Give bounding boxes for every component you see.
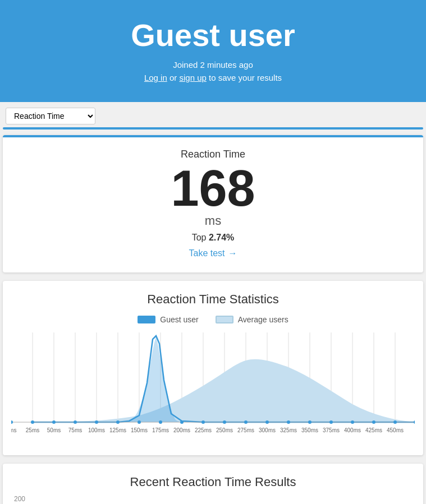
dot-16 xyxy=(351,420,354,424)
dot-17 xyxy=(372,420,375,424)
svg-text:375ms: 375ms xyxy=(323,427,340,433)
svg-text:275ms: 275ms xyxy=(237,427,254,433)
rt-value: 168 xyxy=(14,163,412,214)
svg-text:425ms: 425ms xyxy=(365,427,382,433)
svg-text:400ms: 400ms xyxy=(344,427,361,433)
dot-0 xyxy=(11,420,13,424)
legend-guest-swatch xyxy=(138,316,155,323)
rt-card-title: Reaction Time xyxy=(14,149,412,160)
svg-text:150ms: 150ms xyxy=(131,427,148,433)
svg-text:75ms: 75ms xyxy=(68,427,82,433)
top-label: Top xyxy=(192,233,209,242)
dot-6 xyxy=(138,420,141,424)
chart-container: 0ms 25ms 50ms 75ms 100ms 125ms 150ms 175… xyxy=(11,332,415,447)
test-selector[interactable]: Reaction Time Number Memory Verbal Memor… xyxy=(6,108,95,124)
svg-text:100ms: 100ms xyxy=(88,427,105,433)
recent-results-card: Recent Reaction Time Results 200 xyxy=(3,464,423,504)
auth-links: Log in or sign up to save your results xyxy=(11,73,415,82)
dot-18 xyxy=(393,420,397,424)
dot-13 xyxy=(287,420,290,424)
rt-card-body: Reaction Time 168 ms Top 2.74% Take test xyxy=(3,137,423,272)
dot-3 xyxy=(74,420,77,424)
arrow-icon xyxy=(228,248,237,258)
dot-10 xyxy=(223,420,226,424)
dot-12 xyxy=(265,420,269,424)
svg-text:50ms: 50ms xyxy=(47,427,61,433)
dot-19 xyxy=(414,420,415,424)
svg-text:200ms: 200ms xyxy=(173,427,190,433)
auth-suffix: to save your results xyxy=(207,73,282,82)
blue-divider xyxy=(3,127,423,130)
stats-card: Reaction Time Statistics Guest user Aver… xyxy=(3,281,423,455)
svg-text:0ms: 0ms xyxy=(11,427,16,433)
legend-guest-label: Guest user xyxy=(160,315,198,324)
signup-link[interactable]: sign up xyxy=(179,73,206,82)
username-heading: Guest user xyxy=(11,17,415,53)
svg-text:175ms: 175ms xyxy=(152,427,169,433)
take-test-label: Take test xyxy=(189,248,225,258)
recent-card-title: Recent Reaction Time Results xyxy=(11,475,415,489)
stats-card-body: Reaction Time Statistics Guest user Aver… xyxy=(3,281,423,455)
legend-guest: Guest user xyxy=(138,315,198,324)
stats-card-title: Reaction Time Statistics xyxy=(11,292,415,307)
svg-text:450ms: 450ms xyxy=(387,427,404,433)
svg-text:25ms: 25ms xyxy=(26,427,39,433)
legend-avg-label: Average users xyxy=(238,315,288,324)
legend-avg: Average users xyxy=(216,315,288,324)
svg-text:300ms: 300ms xyxy=(259,427,276,433)
dot-2 xyxy=(52,420,56,424)
joined-text: Joined 2 minutes ago xyxy=(11,60,415,70)
dot-8 xyxy=(180,420,184,424)
legend-avg-swatch xyxy=(216,316,233,323)
rt-unit: ms xyxy=(14,214,412,228)
svg-text:225ms: 225ms xyxy=(195,427,212,433)
svg-text:350ms: 350ms xyxy=(301,427,318,433)
chart-legend: Guest user Average users xyxy=(11,315,415,324)
svg-text:325ms: 325ms xyxy=(280,427,297,433)
dot-4 xyxy=(95,420,98,424)
recent-y-label: 200 xyxy=(14,495,415,503)
dot-15 xyxy=(329,420,333,424)
dropdown-bar: Reaction Time Number Memory Verbal Memor… xyxy=(0,102,426,124)
dot-9 xyxy=(201,420,205,424)
dot-11 xyxy=(244,420,248,424)
recent-card-body: Recent Reaction Time Results 200 xyxy=(3,464,423,504)
reaction-time-card: Reaction Time 168 ms Top 2.74% Take test xyxy=(3,135,423,272)
top-value: 2.74% xyxy=(209,233,234,242)
distribution-chart: 0ms 25ms 50ms 75ms 100ms 125ms 150ms 175… xyxy=(11,332,415,445)
svg-text:250ms: 250ms xyxy=(216,427,233,433)
header: Guest user Joined 2 minutes ago Log in o… xyxy=(0,0,426,102)
rt-top-pct: Top 2.74% xyxy=(14,233,412,243)
svg-text:125ms: 125ms xyxy=(109,427,126,433)
dot-7 xyxy=(159,420,162,424)
dot-14 xyxy=(308,420,312,424)
avg-area xyxy=(11,359,415,422)
dot-1 xyxy=(31,420,34,424)
take-test-link[interactable]: Take test xyxy=(189,248,237,258)
auth-or: or xyxy=(167,73,180,82)
dot-5 xyxy=(116,420,120,424)
login-link[interactable]: Log in xyxy=(144,73,167,82)
